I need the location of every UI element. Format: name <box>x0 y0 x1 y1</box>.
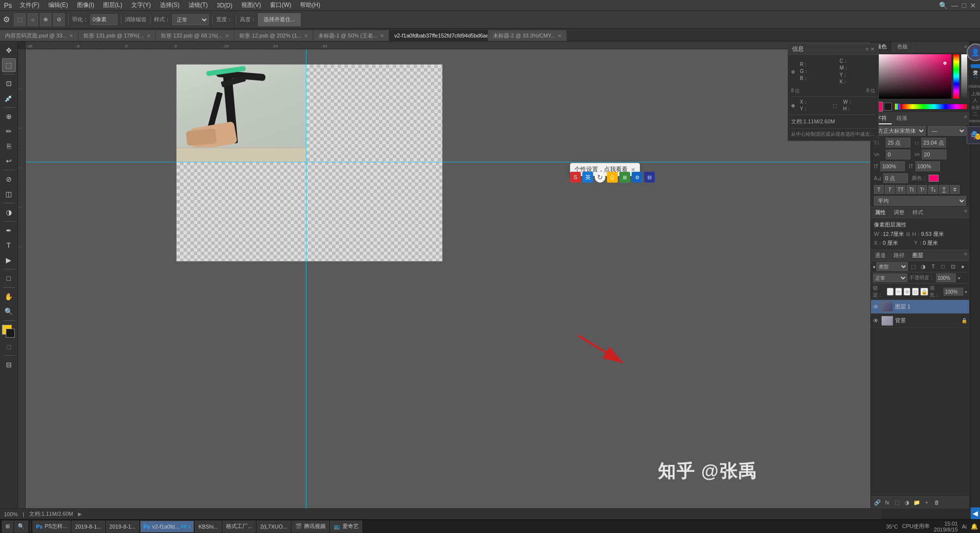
tab-3[interactable]: 矩形 12.psb @ 202% (1... ✕ <box>234 30 313 41</box>
color-swatch-fg[interactable] <box>2 325 16 339</box>
styles-tab[interactable]: 样式 <box>908 207 927 218</box>
screen-mode-btn[interactable]: ⊟ <box>2 358 16 372</box>
blue-file-btn[interactable]: 文件 <box>971 64 980 68</box>
layer-name-alstroe[interactable]: Alstroe <box>969 84 980 89</box>
fill-input[interactable] <box>943 288 963 296</box>
paths-tab[interactable]: 路径 <box>890 250 908 261</box>
translate-settings-btn[interactable]: ⚙ <box>632 172 642 183</box>
taskbar-item-format[interactable]: 格式工厂... <box>223 521 256 533</box>
crop-tool-btn[interactable]: ⊡ <box>2 76 16 90</box>
path-select-btn[interactable]: ▶ <box>2 253 16 267</box>
lock-all-btn[interactable]: 🔒 <box>920 288 928 296</box>
minimize-btn[interactable]: — <box>951 1 958 9</box>
color-gradient-picker[interactable] <box>873 54 951 99</box>
tab-3-close[interactable]: ✕ <box>304 33 308 38</box>
paragraph-tab[interactable]: 段落 <box>892 113 912 124</box>
underline-btn[interactable]: T <box>939 185 949 194</box>
scale-v-input[interactable] <box>915 161 940 171</box>
text-tool-btn[interactable]: T <box>2 238 16 252</box>
opacity-input[interactable] <box>936 273 956 282</box>
lock-position-btn[interactable]: ✥ <box>904 288 910 296</box>
adjustments-tab[interactable]: 调整 <box>890 207 908 218</box>
add-group-btn[interactable]: 📁 <box>912 498 921 507</box>
menu-image[interactable]: 图像(I) <box>73 0 98 10</box>
font-family-select[interactable]: 方正大标宋简体 <box>874 126 926 136</box>
channels-tab[interactable]: 通道 <box>871 250 890 261</box>
hand-tool-btn[interactable]: ✋ <box>2 290 16 304</box>
all-caps-btn[interactable]: TT <box>896 185 905 194</box>
pen-tool-btn[interactable]: ✒ <box>2 224 16 237</box>
faux-italic-btn[interactable]: T <box>885 185 895 194</box>
layer-1-visibility-icon[interactable]: 👁 <box>873 317 880 324</box>
taskbar-search-btn[interactable]: 🔍 <box>14 521 28 533</box>
burn-tool-btn[interactable]: ◑ <box>2 205 16 219</box>
lock-image-btn[interactable]: ✏ <box>895 288 902 296</box>
translate-bookmark-btn[interactable]: ⊞ <box>619 172 630 183</box>
taskbar-item-l7[interactable]: 2(L7XUO... <box>257 521 291 533</box>
brush-tool-btn[interactable]: ✏ <box>2 124 16 138</box>
menu-layer[interactable]: 图层(L) <box>99 0 126 10</box>
rect-select-btn[interactable]: ⬚ <box>14 13 26 26</box>
clone-tool-btn[interactable]: ⎘ <box>2 139 16 153</box>
add-mask-btn[interactable]: ⬚ <box>893 498 902 507</box>
taskbar-item-iqiyi[interactable]: 📺 爱奇艺 <box>330 521 362 533</box>
menu-3d[interactable]: 3D(D) <box>213 1 236 10</box>
text-layer-btn[interactable]: T <box>929 262 938 271</box>
tab-5[interactable]: v2-f1a0fdbab37ffe152fd7cfd94d5bd6ae_hd.j… <box>389 30 488 41</box>
pixel-layer-btn[interactable]: ⬚ <box>909 262 918 271</box>
menu-filter[interactable]: 滤镜(T) <box>185 0 212 10</box>
layer-name-yongan[interactable]: 永安二 <box>971 105 980 117</box>
tab-1[interactable]: 矩形 131.psb @ 178%(... ✕ <box>78 30 155 41</box>
start-btn[interactable]: ⊞ <box>2 521 13 533</box>
lock-artboard-btn[interactable]: ⊟ <box>912 288 919 296</box>
properties-tab[interactable]: 属性 <box>871 207 890 218</box>
info-panel-close-btn[interactable]: ✕ <box>870 46 874 52</box>
taskbar-notification-icon[interactable]: 🔔 <box>971 523 978 530</box>
tab-0[interactable]: 内容页码页面.psd @ 33... ✕ <box>0 30 78 41</box>
add-adj-btn[interactable]: ◑ <box>903 498 911 507</box>
sub-btn[interactable]: T₁ <box>928 185 938 194</box>
gradient-tool-btn[interactable]: ◫ <box>2 187 16 201</box>
layer-0-visibility-icon[interactable]: 👁 <box>873 304 880 310</box>
link-layers-btn[interactable]: 🔗 <box>873 498 882 507</box>
baseline-input[interactable] <box>883 173 908 183</box>
zoom-tool-btn[interactable]: 🔍 <box>2 305 16 318</box>
text-color-swatch[interactable] <box>929 175 939 182</box>
layer-name-shanghai[interactable]: 上海人 <box>971 91 980 104</box>
taskbar-item-v2[interactable]: Ps v2-f1a0fd... FE 1 <box>140 521 194 533</box>
magic-btn[interactable]: ⊘ <box>53 13 65 26</box>
super-btn[interactable]: T¹ <box>917 185 927 194</box>
menu-select[interactable]: 选择(S) <box>156 0 184 10</box>
translate-q-btn[interactable]: Q <box>607 172 618 183</box>
s-lang-btn[interactable]: S <box>570 172 581 183</box>
options-icon[interactable]: ⚙ <box>3 15 10 24</box>
spot-heal-btn[interactable]: ⊕ <box>2 110 16 123</box>
taskbar-item-file1[interactable]: 2019-8-1... <box>72 521 105 533</box>
lock-transparent-btn[interactable]: ⬚ <box>887 288 894 296</box>
taskbar-item-tencent[interactable]: 🎬 腾讯视频 <box>292 521 329 533</box>
translate-refresh-icon[interactable]: ↻ <box>595 172 605 183</box>
layers-menu-icon[interactable]: ≡ <box>964 251 967 257</box>
menu-help[interactable]: 帮助(H) <box>296 0 324 10</box>
blue-back-btn[interactable]: ◀ <box>971 507 980 519</box>
layer-item-1[interactable]: 👁 背景 🔒 <box>871 314 969 328</box>
taskbar-item-file2[interactable]: 2019-8-1... <box>106 521 139 533</box>
tab-4-close[interactable]: ✕ <box>380 33 384 38</box>
add-layer-btn[interactable]: + <box>922 498 931 507</box>
layer-item-0[interactable]: 👁 图层 1 <box>871 300 969 314</box>
font-size-input[interactable] <box>886 138 910 148</box>
add-style-btn[interactable]: fx <box>883 498 892 507</box>
move-tool-btn[interactable]: ✥ <box>2 43 16 57</box>
delete-layer-btn[interactable]: 🗑 <box>932 498 941 507</box>
blend-mode-select[interactable]: 正常 溶解 正片叠底 <box>873 273 907 282</box>
opacity-slider[interactable] <box>961 54 967 99</box>
tab-6[interactable]: 未标题-2 @ 33.3%/CMY... ✕ <box>488 30 567 41</box>
props-menu-icon[interactable]: ≡ <box>964 208 967 214</box>
menu-text[interactable]: 文字(Y) <box>127 0 155 10</box>
filter-on-btn[interactable]: ● <box>958 262 967 271</box>
maximize-btn[interactable]: □ <box>962 1 966 9</box>
small-caps-btn[interactable]: Tt <box>906 185 916 194</box>
color-panel-menu-icon[interactable]: ≡ <box>964 44 967 49</box>
menu-file[interactable]: 文件(F) <box>16 0 43 10</box>
kind-filter-select[interactable]: 类型 <box>876 262 908 271</box>
